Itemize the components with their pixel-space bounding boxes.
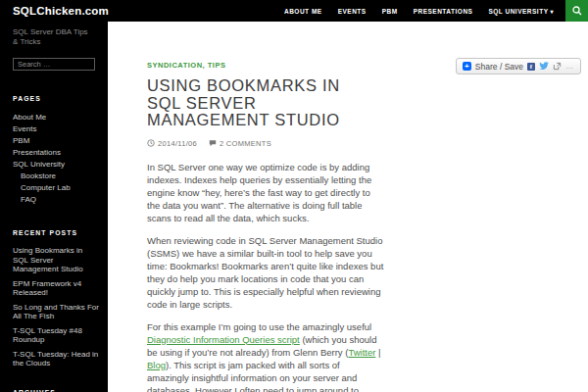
diagnostic-queries-link[interactable]: Diagnostic Information Queries script bbox=[147, 334, 300, 345]
recent-post-link[interactable]: Using Bookmarks in SQL Server Management… bbox=[13, 246, 100, 274]
recent-post-link[interactable]: T-SQL Tuesday: Head in the Clouds bbox=[13, 350, 100, 368]
recent-posts-list: Using Bookmarks in SQL Server Management… bbox=[13, 246, 100, 368]
chevron-down-icon: ▾ bbox=[550, 9, 554, 15]
site-header: SQLChicken.com ABOUT ME EVENTS PBM PRESE… bbox=[0, 0, 588, 22]
paragraph-text: | bbox=[375, 347, 380, 358]
pages-list: About Me Events PBM Presentations SQL Un… bbox=[13, 112, 100, 206]
blog-link[interactable]: Blog bbox=[147, 360, 166, 370]
comment-bubble-icon bbox=[209, 139, 217, 147]
archives-heading: ARCHIVES bbox=[13, 389, 100, 392]
paragraph-text: For this example I’m going to use the am… bbox=[147, 321, 371, 332]
clock-icon bbox=[147, 139, 155, 147]
paragraph: In SQL Server one way we optimize code i… bbox=[147, 161, 384, 224]
nav-item-pbm[interactable]: PBM bbox=[382, 8, 398, 15]
share-more-dots: … bbox=[565, 62, 574, 71]
share-save-widget[interactable]: + Share / Save f … bbox=[456, 58, 581, 74]
sidebar-item-events[interactable]: Events bbox=[13, 123, 100, 135]
nav-item-events[interactable]: EVENTS bbox=[338, 8, 367, 15]
recent-post-link[interactable]: So Long and Thanks For All The Fish bbox=[13, 303, 100, 321]
recent-post-link[interactable]: EPM Framework v4 Released! bbox=[13, 279, 100, 298]
recent-post-link[interactable]: T-SQL Tuesday #48 Roundup bbox=[13, 326, 100, 345]
sidebar-search-input[interactable] bbox=[13, 58, 95, 71]
nav-item-about-me[interactable]: ABOUT ME bbox=[284, 8, 322, 15]
primary-nav: ABOUT ME EVENTS PBM PRESENTATIONS SQL UN… bbox=[284, 8, 554, 15]
sidebar-item-pbm[interactable]: PBM bbox=[13, 135, 100, 147]
nav-item-label: SQL UNIVERSITY bbox=[488, 8, 548, 15]
sidebar: SQL Server DBA Tips & Tricks PAGES About… bbox=[0, 22, 108, 392]
post-category-links[interactable]: SYNDICATION, TIPS bbox=[147, 61, 225, 70]
sidebar-item-presentations[interactable]: Presentations bbox=[13, 147, 100, 159]
facebook-icon[interactable]: f bbox=[527, 63, 535, 71]
twitter-link[interactable]: Twitter bbox=[348, 347, 375, 358]
post-date-text: 2014/11/06 bbox=[158, 139, 197, 148]
post-title: USING BOOKMARKS IN SQL SERVER MANAGEMENT… bbox=[147, 77, 377, 129]
share-save-label: Share / Save bbox=[475, 62, 523, 72]
nav-item-presentations[interactable]: PRESENTATIONS bbox=[414, 8, 473, 15]
share-export-icon[interactable] bbox=[553, 62, 562, 71]
paragraph: When reviewing code in SQL Server Manage… bbox=[147, 234, 384, 311]
post-comments[interactable]: 2 COMMENTS bbox=[209, 139, 271, 148]
search-icon bbox=[572, 6, 582, 16]
site-tagline: SQL Server DBA Tips & Tricks bbox=[13, 27, 91, 47]
main-content: + Share / Save f … SYNDICATION, TIPS USI… bbox=[108, 22, 588, 392]
sidebar-item-computer-lab[interactable]: Computer Lab bbox=[13, 182, 100, 194]
search-toggle-button[interactable] bbox=[565, 0, 588, 22]
post-meta: 2014/11/06 2 COMMENTS bbox=[147, 139, 588, 148]
sidebar-item-bookstore[interactable]: Bookstore bbox=[13, 171, 100, 182]
sidebar-item-about-me[interactable]: About Me bbox=[13, 112, 100, 123]
paragraph-text: ). This script is jam packed with all so… bbox=[147, 360, 359, 392]
post-article: SYNDICATION, TIPS USING BOOKMARKS IN SQL… bbox=[108, 22, 588, 392]
sidebar-item-sql-university[interactable]: SQL University bbox=[13, 159, 100, 171]
sidebar-item-faq[interactable]: FAQ bbox=[13, 194, 100, 206]
post-comments-text: 2 COMMENTS bbox=[220, 139, 271, 148]
nav-item-sql-university[interactable]: SQL UNIVERSITY▾ bbox=[488, 8, 554, 15]
post-body: In SQL Server one way we optimize code i… bbox=[147, 161, 384, 392]
twitter-icon[interactable] bbox=[539, 62, 549, 71]
addtoany-icon: + bbox=[463, 62, 471, 71]
paragraph: For this example I’m going to use the am… bbox=[147, 320, 384, 392]
pages-heading: PAGES bbox=[13, 95, 100, 102]
site-title-link[interactable]: SQLChicken.com bbox=[13, 5, 109, 17]
recent-posts-heading: RECENT POSTS bbox=[13, 229, 100, 236]
post-date[interactable]: 2014/11/06 bbox=[147, 139, 197, 148]
